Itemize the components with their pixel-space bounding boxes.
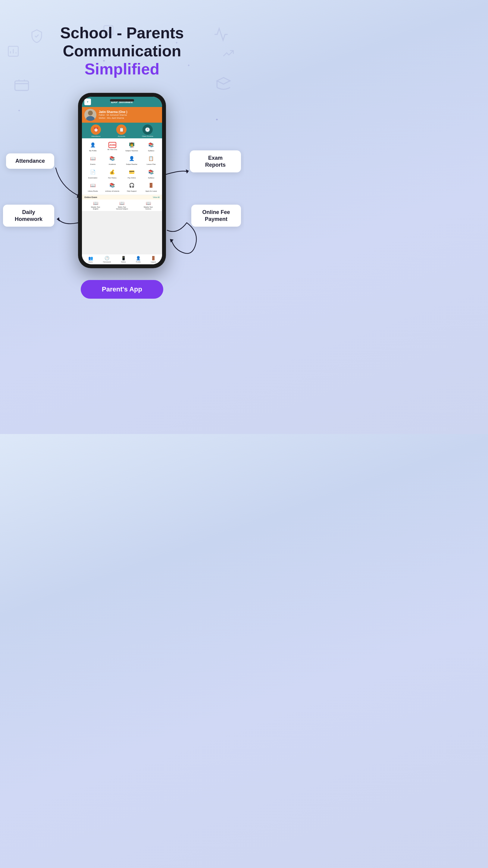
grid-examination: 📄 Examination [83,167,103,180]
grid-my-profile: 👤 My Profile [83,140,103,153]
grid-academic: 📚 Academic [103,153,122,167]
phone-screen: T ERP Software [82,97,162,264]
app-grid: 👤 My Profile JOIN Mr. Aloo Cha 👨‍🏫 Subje… [82,138,162,194]
grid-subject-teacher-2: 👤 SubjectTeacher [122,153,141,167]
app-logo: T [84,98,91,105]
exam-item-2: 📖 Maths TestGeneral Subject [116,201,128,210]
bottom-nav-profile[interactable]: 👤 Profile [136,256,141,263]
view-all-link[interactable]: View All [153,196,160,198]
exam-items: 📖 Weekly Test:English 📖 Maths TestGenera… [82,199,162,211]
qnav-routine-label: Class Routine [142,135,153,137]
label-attendance: Attendance [6,153,54,169]
grid-syllabus-1: 📚 Syllabus [141,140,161,153]
svg-rect-1 [15,81,29,91]
phone-notch [110,99,134,101]
bottom-nav-homework[interactable]: 🕐 Homework [103,256,111,263]
phone-mockup: T ERP Software [78,93,166,268]
qnav-accounts-icon: 📋 [116,124,127,135]
star-2: + [188,63,190,67]
svg-point-8 [88,111,93,116]
grid-events: 📖 Events [83,153,103,167]
grid-subject-teachers: 👨‍🏫 Subject Teachers [122,140,141,153]
qnav-attendance-icon: ⏰ [91,124,101,135]
exam-item-3: 📖 Weekly Test:Science [144,201,153,210]
app-header-bar: T ERP Software [82,97,162,107]
bottom-nav-logout[interactable]: 🚪 Logout [151,256,156,263]
quick-nav: ⏰ Attendance 📋 Accounts 🕐 Class Routine [82,123,162,138]
grid-pay-online: 💳 Pay Online [122,167,141,180]
grid-apply-leave: 🚪 Apply for Leave [141,180,161,193]
qnav-accounts-label: Accounts [118,135,125,137]
online-exam-title: Online Exam [84,196,97,198]
grid-library: 📖 Library Books [83,180,103,193]
app-bottom-nav: 👥 Users 🕐 Homework 📱 Notice 👤 [82,254,162,264]
qnav-accounts: 📋 Accounts [116,124,127,137]
label-daily-homework: DailyHomework [3,205,54,227]
qnav-routine-icon: 🕐 [142,124,153,135]
student-info: Jatin Sharma (One ) Father : Mr. Ashutos… [99,110,127,120]
header-section: School - Parents Communication Simplifie… [60,0,184,78]
student-avatar [84,109,96,121]
label-exam-reports: ExamReports [190,150,241,173]
qnav-attendance: ⏰ Attendance [91,124,101,137]
headline-simplified: Simplified [60,60,184,79]
bottom-nav-notice[interactable]: 📱 Notice [121,256,126,263]
grid-syllabus-2: 📚 Syllabus [141,167,161,180]
svg-marker-6 [186,169,189,174]
svg-marker-7 [170,239,173,243]
grid-help: 🎧 Help Support [122,180,141,193]
headline-line1: School - Parents [60,24,184,42]
student-name: Jatin Sharma (One ) [99,110,127,114]
svg-rect-2 [8,46,19,56]
online-exam-header: Online Exam View All [82,195,162,199]
student-mother: Mother : Mrs. Aarti Sharma [99,117,127,120]
qnav-routine: 🕐 Class Routine [142,124,153,137]
qnav-attendance-label: Attendance [91,135,100,137]
svg-marker-5 [57,217,60,221]
exam-item-1: 📖 Weekly Test:English [91,201,100,210]
main-content: Attendance DailyHomework ExamReports Onl… [0,93,244,268]
student-father: Father : Mr. Ashutosh Sharma [99,114,127,117]
headline-line2: Communication [60,42,184,60]
label-online-fee-payment: Online FeePayment [191,205,241,227]
student-bar: Jatin Sharma (One ) Father : Mr. Ashutos… [82,107,162,123]
bottom-nav-users[interactable]: 👥 Users [88,256,93,263]
grid-mr-aloo: JOIN Mr. Aloo Cha [103,140,122,153]
svg-point-9 [86,116,95,121]
grid-lesson-plan: 📋 Lesson Plan [141,153,161,167]
grid-fee-history: 💰 Fee History [103,167,122,180]
phone-outer: T ERP Software [78,93,166,268]
grid-elibrary: 📚 eLibrary eContents [103,180,122,193]
parents-app-button[interactable]: Parent's App [81,280,163,299]
page-container: ✦ + + ✦ + School - Parents Communication… [0,0,244,434]
